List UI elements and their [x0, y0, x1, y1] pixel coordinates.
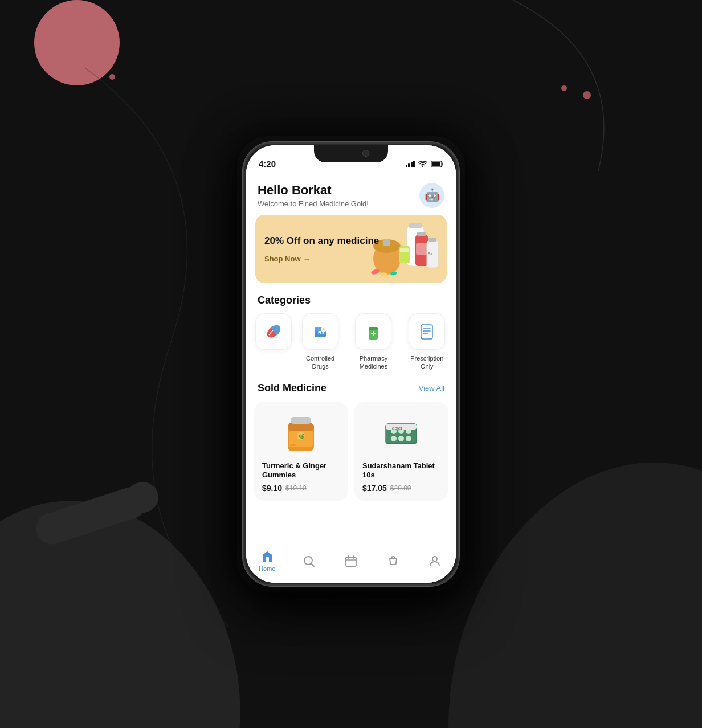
svg-rect-37: [421, 325, 432, 339]
turmeric-bottle-icon: 🌿: [281, 411, 321, 454]
search-icon: [302, 554, 316, 568]
svg-point-65: [432, 557, 437, 561]
view-all-button[interactable]: View All: [419, 384, 444, 392]
banner-text: 20% Off on any medicine Shop Now →: [264, 235, 438, 263]
notch: [314, 145, 388, 162]
calendar-icon: [344, 554, 358, 568]
product-image-2: Tablet: [362, 410, 440, 456]
svg-rect-58: [266, 557, 269, 562]
home-icon: [260, 550, 274, 563]
svg-point-55: [406, 436, 411, 441]
product-name-2: Sudarshanam Tablet 10s: [362, 461, 440, 481]
svg-text:🌿: 🌿: [299, 433, 304, 439]
banner-title: 20% Off on any medicine: [264, 235, 438, 247]
category-icon-first: [255, 313, 292, 350]
signal-bar-1: [406, 165, 407, 167]
svg-point-4: [417, 428, 702, 728]
svg-point-53: [391, 436, 397, 441]
product-price-2: $17.05: [362, 484, 387, 493]
product-card-1[interactable]: 🌿 Turmeric & Ginger Gummies $9.10 $10.10: [254, 402, 348, 501]
svg-text:+: +: [323, 326, 325, 332]
svg-rect-6: [432, 162, 440, 166]
pill-icon: [263, 321, 284, 342]
svg-rect-2: [32, 483, 150, 548]
hand-left-decoration: [0, 329, 274, 728]
svg-rect-35: [371, 333, 376, 334]
avatar-button[interactable]: 🤖: [419, 183, 444, 208]
bottom-nav: Home: [246, 543, 456, 583]
nav-search[interactable]: [295, 554, 323, 568]
controlled-drugs-icon: Rx +: [310, 321, 330, 342]
shop-now-button[interactable]: Shop Now →: [264, 255, 438, 263]
promo-banner[interactable]: 20% Off on any medicine Shop Now →: [255, 215, 447, 283]
sold-medicine-header: Sold Medicine View All: [246, 380, 456, 402]
tablet-pack-icon: Tablet: [381, 411, 421, 454]
hand-left-svg: [0, 329, 274, 728]
product-name-1: Turmeric & Ginger Gummies: [262, 461, 340, 481]
svg-point-3: [126, 482, 158, 513]
category-icon-controlled: Rx +: [302, 313, 338, 350]
product-price-row-2: $17.05 $20.00: [362, 484, 440, 493]
sold-medicine-title: Sold Medicine: [258, 382, 326, 394]
hand-right-decoration: [417, 358, 702, 728]
hand-right-svg: [417, 358, 702, 728]
status-bar: 4:20: [246, 145, 456, 174]
svg-rect-61: [346, 557, 356, 566]
status-time: 4:20: [259, 159, 276, 169]
phone-frame: 4:20: [243, 142, 459, 586]
nav-calendar[interactable]: [337, 554, 365, 568]
product-price-row-1: $9.10 $10.10: [262, 484, 340, 493]
svg-rect-43: [291, 417, 311, 424]
svg-rect-42: [288, 423, 314, 431]
products-row: 🌿 Turmeric & Ginger Gummies $9.10 $10.10: [246, 402, 456, 513]
decorative-dot-small: [109, 74, 115, 80]
product-price-1: $9.10: [262, 484, 282, 493]
signal-bar-2: [408, 163, 410, 167]
bag-icon: [386, 554, 400, 568]
categories-title: Categories: [246, 292, 456, 313]
app-header: Hello Borkat Welcome to Fined Medicine G…: [246, 174, 456, 215]
camera: [362, 150, 369, 157]
svg-line-60: [312, 563, 315, 566]
phone-screen: 4:20: [246, 145, 456, 583]
phone-device: 4:20: [243, 142, 459, 586]
category-icon-prescription: [409, 313, 445, 350]
categories-row: Rx + Controlled Drugs: [246, 313, 456, 380]
category-item-controlled[interactable]: Rx + Controlled Drugs: [299, 313, 342, 371]
svg-rect-8: [409, 223, 422, 228]
category-label-controlled: Controlled Drugs: [299, 354, 342, 371]
category-label-pharmacy: Pharmacy Medicines: [346, 354, 400, 371]
signal-bar-3: [411, 162, 413, 167]
wifi-icon: [418, 161, 427, 167]
profile-icon: [428, 554, 442, 568]
greeting-text: Hello Borkat: [258, 183, 369, 198]
pharmacy-icon: [363, 321, 383, 342]
product-card-2[interactable]: Tablet Sudarshanam Tablet 10s $17.05 $20…: [354, 402, 448, 501]
decorative-dot-right: [583, 91, 591, 99]
nav-home[interactable]: Home: [253, 550, 281, 572]
prescription-icon: [417, 321, 437, 342]
app-content: Hello Borkat Welcome to Fined Medicine G…: [246, 174, 456, 543]
signal-bars-icon: [406, 161, 415, 167]
nav-home-label: Home: [259, 565, 275, 572]
nav-bag[interactable]: [379, 554, 407, 568]
product-original-price-2: $20.00: [390, 484, 411, 492]
product-original-price-1: $10.10: [285, 484, 307, 492]
svg-text:Tablet: Tablet: [390, 426, 402, 431]
svg-point-0: [561, 85, 567, 91]
header-text: Hello Borkat Welcome to Fined Medicine G…: [258, 183, 369, 208]
category-item-prescription[interactable]: Prescription Only: [405, 313, 449, 371]
category-label-prescription: Prescription Only: [405, 354, 449, 371]
category-item-first[interactable]: [253, 313, 294, 371]
product-image-1: 🌿: [262, 410, 340, 456]
svg-point-1: [0, 480, 266, 728]
subtitle-text: Welcome to Fined Medicine Gold!: [258, 199, 369, 208]
svg-point-54: [398, 436, 404, 441]
category-item-pharmacy[interactable]: Pharmacy Medicines: [346, 313, 400, 371]
category-icon-pharmacy: [355, 313, 391, 350]
decorative-circle-pink: [34, 0, 120, 85]
nav-profile[interactable]: [421, 554, 449, 568]
svg-rect-47: [290, 444, 296, 446]
svg-rect-33: [369, 327, 378, 330]
status-icons: [406, 161, 444, 167]
